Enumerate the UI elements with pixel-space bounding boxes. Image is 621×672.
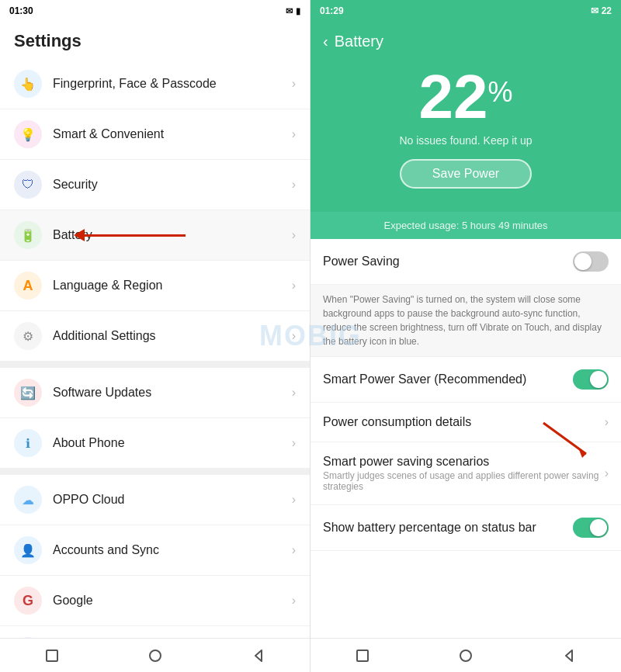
- sidebar-item-accounts[interactable]: 👤 Accounts and Sync ›: [0, 525, 310, 576]
- accounts-icon: 👤: [14, 536, 42, 564]
- divider-2: [0, 469, 310, 475]
- battery-icon-left: ▮: [296, 6, 300, 16]
- divider-1: [0, 362, 310, 368]
- sidebar-item-software[interactable]: 🔄 Software Updates ›: [0, 368, 310, 418]
- software-chevron: ›: [292, 386, 296, 400]
- battery-page-header: ‹ Battery: [310, 22, 621, 50]
- sidebar-item-oppo[interactable]: ☁ OPPO Cloud ›: [0, 475, 310, 525]
- oppo-icon: ☁: [14, 486, 42, 514]
- svg-marker-7: [566, 650, 572, 661]
- power-saving-row[interactable]: Power Saving: [310, 239, 621, 285]
- power-consumption-row[interactable]: Power consumption details ›: [310, 403, 621, 442]
- smart-power-saver-toggle[interactable]: [573, 369, 609, 390]
- google-chevron: ›: [292, 594, 296, 608]
- nav-square-right[interactable]: [352, 645, 373, 667]
- settings-panel: 01:30 ✉ ▮ Settings 👆 Fingerprint, Face &…: [0, 0, 310, 672]
- smart-power-saver-label: Smart Power Saver (Recommended): [323, 372, 573, 386]
- battery-pct-status: 22: [602, 5, 612, 16]
- message-icon-right: ✉: [591, 5, 598, 16]
- sidebar-item-security[interactable]: 🛡 Security ›: [0, 160, 310, 210]
- software-label: Software Updates: [53, 386, 292, 400]
- about-label: About Phone: [53, 436, 292, 450]
- battery-chevron: ›: [292, 228, 296, 242]
- save-power-button[interactable]: Save Power: [400, 159, 532, 189]
- nav-circle-left[interactable]: [144, 645, 166, 667]
- battery-hero: 22 % No issues found. Keep it up Save Po…: [310, 50, 621, 212]
- accounts-chevron: ›: [292, 543, 296, 557]
- additional-chevron: ›: [292, 329, 296, 343]
- smart-label: Smart & Convenient: [53, 127, 292, 141]
- nav-back-right[interactable]: [558, 645, 580, 667]
- battery-status-text: No issues found. Keep it up: [399, 134, 532, 147]
- appmanagement-icon: ⊞: [14, 637, 42, 638]
- power-saving-toggle[interactable]: [573, 251, 609, 272]
- sidebar-item-smart[interactable]: 💡 Smart & Convenient ›: [0, 109, 310, 160]
- language-label: Language & Region: [53, 279, 292, 293]
- nav-circle-right[interactable]: [455, 645, 477, 667]
- sidebar-item-fingerprint[interactable]: 👆 Fingerprint, Face & Passcode ›: [0, 59, 310, 109]
- oppo-chevron: ›: [292, 493, 296, 507]
- about-icon: ℹ: [14, 429, 42, 457]
- smart-scenarios-label-wrap: Smart power saving scenarios Smartly jud…: [323, 455, 605, 492]
- battery-settings-list: Power Saving When "Power Saving" is turn…: [310, 239, 621, 638]
- smart-icon: 💡: [14, 120, 42, 148]
- smart-scenarios-row[interactable]: Smart power saving scenarios Smartly jud…: [310, 442, 621, 505]
- battery-label: Battery: [53, 228, 292, 242]
- power-consumption-chevron: ›: [605, 415, 609, 429]
- svg-rect-5: [357, 650, 368, 661]
- smart-scenarios-label: Smart power saving scenarios: [323, 455, 605, 469]
- fingerprint-icon: 👆: [14, 70, 42, 98]
- language-icon: A: [14, 272, 42, 300]
- sidebar-item-google[interactable]: G Google ›: [0, 576, 310, 626]
- show-battery-pct-label: Show battery percentage on status bar: [323, 521, 573, 535]
- language-chevron: ›: [292, 279, 296, 293]
- oppo-label: OPPO Cloud: [53, 493, 292, 507]
- accounts-label: Accounts and Sync: [53, 543, 292, 557]
- power-consumption-label: Power consumption details: [323, 415, 605, 429]
- status-time-left: 01:30: [9, 5, 33, 16]
- battery-icon: 🔋: [14, 221, 42, 249]
- power-saving-label: Power Saving: [323, 255, 573, 268]
- power-saving-description: When "Power Saving" is turned on, the sy…: [310, 285, 621, 357]
- svg-point-6: [460, 650, 471, 661]
- sidebar-item-battery[interactable]: 🔋 Battery ›: [0, 210, 310, 261]
- back-button[interactable]: ‹: [323, 33, 328, 50]
- status-time-right: 01:29: [320, 5, 344, 16]
- show-battery-pct-row[interactable]: Show battery percentage on status bar: [310, 505, 621, 551]
- google-icon: G: [14, 587, 42, 615]
- google-label: Google: [53, 594, 292, 608]
- bottom-nav-left: [0, 638, 310, 672]
- status-icons-right: ✉ 22: [591, 5, 612, 16]
- smart-scenarios-chevron: ›: [605, 466, 609, 480]
- svg-rect-0: [47, 650, 57, 661]
- fingerprint-chevron: ›: [292, 77, 296, 91]
- battery-percentage: 22 %: [419, 66, 513, 128]
- additional-icon: ⚙: [14, 322, 42, 350]
- battery-page-title: Battery: [335, 33, 383, 50]
- security-chevron: ›: [292, 178, 296, 192]
- smart-scenarios-sublabel: Smartly judges scenes of usage and appli…: [323, 470, 605, 492]
- status-bar-left: 01:30 ✉ ▮: [0, 0, 310, 22]
- svg-marker-2: [255, 650, 262, 661]
- message-icon-left: ✉: [286, 6, 293, 16]
- security-icon: 🛡: [14, 171, 42, 199]
- additional-label: Additional Settings: [53, 329, 292, 343]
- nav-back-left[interactable]: [248, 645, 269, 667]
- security-label: Security: [53, 178, 292, 192]
- show-battery-pct-toggle[interactable]: [573, 518, 609, 538]
- smart-chevron: ›: [292, 127, 296, 141]
- about-chevron: ›: [292, 436, 296, 450]
- sidebar-item-language[interactable]: A Language & Region ›: [0, 261, 310, 311]
- sidebar-item-appmanagement[interactable]: ⊞ App Management ›: [0, 626, 310, 638]
- battery-panel: 01:29 ✉ 22 ‹ Battery 22 % No issues foun…: [310, 0, 621, 672]
- status-icons-left: ✉ ▮: [286, 6, 300, 16]
- expected-usage: Expected usage: 5 hours 49 minutes: [310, 212, 621, 239]
- sidebar-item-additional[interactable]: ⚙ Additional Settings ›: [0, 311, 310, 362]
- nav-square-left[interactable]: [41, 645, 63, 667]
- software-icon: 🔄: [14, 379, 42, 407]
- settings-list: 👆 Fingerprint, Face & Passcode › 💡 Smart…: [0, 59, 310, 638]
- status-bar-right: 01:29 ✉ 22: [310, 0, 621, 22]
- sidebar-item-about[interactable]: ℹ About Phone ›: [0, 418, 310, 469]
- smart-power-saver-row[interactable]: Smart Power Saver (Recommended): [310, 357, 621, 403]
- fingerprint-label: Fingerprint, Face & Passcode: [53, 77, 292, 91]
